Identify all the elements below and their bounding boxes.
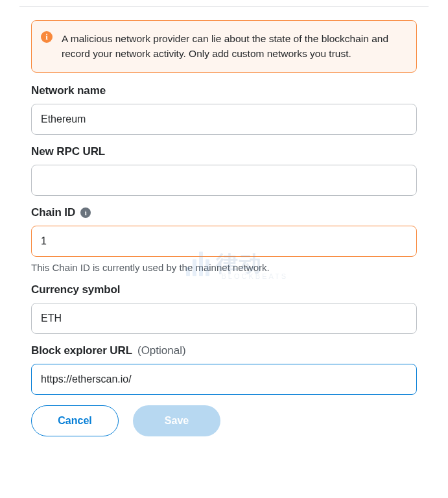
currency-symbol-input[interactable]	[31, 303, 417, 334]
currency-symbol-group: Currency symbol	[31, 283, 417, 334]
network-name-group: Network name	[31, 84, 417, 135]
save-button[interactable]: Save	[133, 405, 220, 436]
rpc-url-label: New RPC URL	[31, 145, 105, 158]
block-explorer-input[interactable]	[31, 364, 417, 395]
section-divider	[19, 6, 429, 7]
network-name-input[interactable]	[31, 104, 417, 135]
currency-symbol-label: Currency symbol	[31, 283, 120, 296]
cancel-button[interactable]: Cancel	[31, 405, 119, 436]
block-explorer-optional: (Optional)	[137, 344, 186, 357]
info-icon: i	[41, 31, 53, 43]
rpc-url-group: New RPC URL	[31, 145, 417, 196]
warning-alert: i A malicious network provider can lie a…	[31, 20, 417, 73]
info-icon[interactable]: i	[80, 208, 91, 218]
chain-id-error-text: This Chain ID is currently used by the m…	[31, 262, 417, 273]
rpc-url-input[interactable]	[31, 165, 417, 196]
form-actions: Cancel Save	[31, 405, 417, 436]
network-form: i A malicious network provider can lie a…	[0, 20, 448, 436]
chain-id-group: Chain ID i This Chain ID is currently us…	[31, 206, 417, 273]
block-explorer-group: Block explorer URL (Optional)	[31, 344, 417, 395]
block-explorer-label: Block explorer URL	[31, 344, 132, 357]
network-name-label: Network name	[31, 84, 106, 97]
chain-id-label: Chain ID	[31, 206, 75, 219]
chain-id-input[interactable]	[31, 226, 417, 257]
warning-alert-text: A malicious network provider can lie abo…	[62, 31, 405, 62]
